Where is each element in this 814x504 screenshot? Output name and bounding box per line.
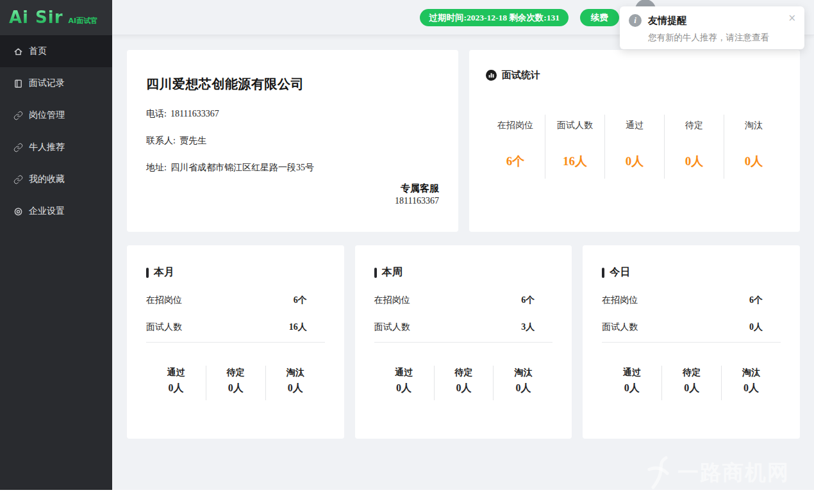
watermark-text: 一路商机网 <box>677 459 790 487</box>
company-address-row: 地址:四川省成都市锦江区红星路一段35号 <box>146 162 439 174</box>
stat-value: 0人 <box>266 382 325 395</box>
sidebar-item-talent-recommend[interactable]: 牛人推荐 <box>0 131 112 163</box>
period-stat: 淘汰 0人 <box>265 366 325 400</box>
stat-column: 待定 0人 <box>665 115 724 179</box>
period-stat: 待定 0人 <box>206 366 265 400</box>
phone-value: 18111633367 <box>170 109 219 118</box>
period-stats: 通过 0人 待定 0人 淘汰 0人 <box>602 366 781 400</box>
app-window: Ai Sir AI面试官 首页 面试记录 岗位管理 <box>0 0 814 490</box>
stat-column: 通过 0人 <box>605 115 665 179</box>
sidebar-item-label: 企业设置 <box>29 206 65 217</box>
stat-label: 通过 <box>374 367 434 378</box>
stat-value: 0人 <box>722 382 781 395</box>
row-label: 在招岗位 <box>374 295 410 306</box>
toast-message: 您有新的牛人推荐，请注意查看 <box>648 32 795 44</box>
stat-label: 淘汰 <box>724 120 783 131</box>
link-icon <box>13 174 23 184</box>
stat-value: 0人 <box>206 382 265 395</box>
stat-label: 待定 <box>662 367 721 378</box>
period-row: 面试人数 0人 <box>602 321 781 333</box>
expiry-status-badge: 过期时间:2023-12-18 剩余次数:131 <box>420 9 569 26</box>
stat-value: 6个 <box>486 153 545 170</box>
stat-value: 0人 <box>665 153 724 170</box>
row-value: 6个 <box>521 295 535 306</box>
period-card-today: 今日 在招岗位 6个 面试人数 0人 通过 0人 <box>583 245 800 439</box>
info-icon: i <box>629 14 642 27</box>
divider <box>146 342 325 343</box>
period-card-header: 本周 <box>374 266 553 279</box>
company-contact-row: 联系人:贾先生 <box>146 135 439 147</box>
row-value: 6个 <box>294 295 307 306</box>
row-label: 面试人数 <box>374 321 410 333</box>
records-icon <box>13 78 23 88</box>
sidebar-item-label: 面试记录 <box>29 77 65 89</box>
sidebar-menu: 首页 面试记录 岗位管理 牛人推荐 <box>0 35 112 490</box>
stat-label: 待定 <box>665 120 724 131</box>
sidebar-item-label: 牛人推荐 <box>29 142 65 153</box>
period-row: 面试人数 3人 <box>374 321 553 333</box>
dashboard-content: 四川爱想芯创能源有限公司 电话:18111633367 联系人:贾先生 地址:四… <box>112 35 814 439</box>
stat-label: 在招岗位 <box>486 120 545 131</box>
brand-logo: Ai Sir AI面试官 <box>0 0 112 35</box>
stat-label: 通过 <box>605 120 664 131</box>
sidebar: Ai Sir AI面试官 首页 面试记录 岗位管理 <box>0 0 112 490</box>
renew-button[interactable]: 续费 <box>580 9 619 26</box>
interview-stats-columns: 在招岗位 6个 面试人数 16人 通过 0人 待定 <box>486 115 783 179</box>
watermark-logo-icon <box>643 455 674 490</box>
period-stat: 通过 0人 <box>602 366 661 400</box>
stat-label: 通过 <box>602 367 661 378</box>
service-label: 专属客服 <box>146 183 439 195</box>
period-stat: 淘汰 0人 <box>493 366 552 400</box>
title-marker <box>146 268 149 278</box>
row-label: 面试人数 <box>146 321 182 333</box>
period-title: 本月 <box>154 266 174 279</box>
sidebar-item-label: 岗位管理 <box>29 110 65 121</box>
period-stat: 通过 0人 <box>146 366 206 400</box>
bar-chart-icon <box>486 70 497 81</box>
period-card-month: 本月 在招岗位 6个 面试人数 16人 通过 0人 <box>127 245 344 439</box>
divider <box>602 342 781 343</box>
address-label: 地址: <box>146 163 167 172</box>
sidebar-item-home[interactable]: 首页 <box>0 35 112 67</box>
interview-stats-title: 面试统计 <box>502 69 540 81</box>
sidebar-item-my-favorites[interactable]: 我的收藏 <box>0 163 112 195</box>
sidebar-item-interview-records[interactable]: 面试记录 <box>0 67 112 99</box>
toast-header: i 友情提醒 <box>629 14 795 27</box>
stat-label: 通过 <box>146 367 206 378</box>
period-row: 面试人数 16人 <box>146 321 325 333</box>
sidebar-item-label: 我的收藏 <box>29 174 65 185</box>
period-row: 在招岗位 6个 <box>146 295 325 306</box>
sidebar-item-job-management[interactable]: 岗位管理 <box>0 99 112 131</box>
site-watermark: 一路商机网 <box>643 455 790 490</box>
stat-label: 待定 <box>206 367 265 378</box>
sidebar-item-company-settings[interactable]: 企业设置 <box>0 195 112 227</box>
address-value: 四川省成都市锦江区红星路一段35号 <box>170 163 314 172</box>
period-title: 今日 <box>610 266 630 279</box>
logo-text: Ai Sir <box>9 8 63 27</box>
main-area: 过期时间:2023-12-18 剩余次数:131 续费 四川爱想芯创能源有限公司… <box>112 0 814 490</box>
logo-subtitle: AI面试官 <box>69 16 98 26</box>
contact-label: 联系人: <box>146 136 176 145</box>
settings-icon <box>13 206 23 216</box>
period-card-header: 今日 <box>602 266 781 279</box>
stat-value: 16人 <box>545 153 604 170</box>
home-icon <box>13 46 23 56</box>
customer-service-block: 专属客服 1811163367 <box>146 183 439 206</box>
period-stats: 通过 0人 待定 0人 淘汰 0人 <box>374 366 553 400</box>
row-value: 0人 <box>749 321 763 333</box>
stat-label: 淘汰 <box>722 367 781 378</box>
row-value: 16人 <box>289 321 307 333</box>
stat-column: 在招岗位 6个 <box>486 115 545 179</box>
row-label: 在招岗位 <box>146 295 182 306</box>
link-icon <box>13 142 23 152</box>
sidebar-item-label: 首页 <box>29 45 47 57</box>
close-icon[interactable]: × <box>788 13 796 23</box>
stat-label: 淘汰 <box>266 367 325 378</box>
row-value: 3人 <box>521 321 535 333</box>
interview-stats-card: 面试统计 在招岗位 6个 面试人数 16人 通过 0人 <box>469 50 800 232</box>
stat-column: 面试人数 16人 <box>545 115 605 179</box>
stat-value: 0人 <box>146 382 206 395</box>
stat-label: 面试人数 <box>545 120 604 131</box>
stat-label: 淘汰 <box>494 367 552 378</box>
period-title: 本周 <box>382 266 403 279</box>
